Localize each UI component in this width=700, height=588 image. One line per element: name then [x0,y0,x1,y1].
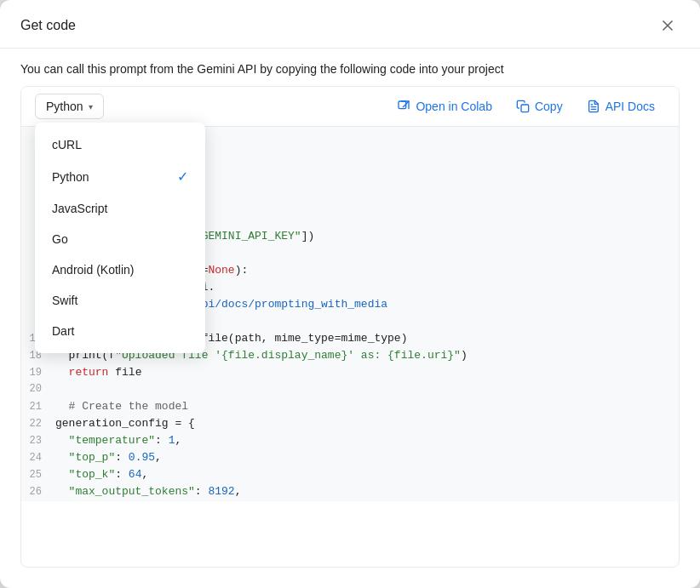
dropdown-item-curl[interactable]: cURL [35,129,205,160]
copy-icon [516,100,530,113]
open-in-colab-button[interactable]: Open in Colab [387,94,502,118]
dropdown-item-curl-label: cURL [52,138,82,151]
line-number: 19 [21,367,55,379]
language-dropdown-menu: cURL Python ✓ JavaScript Go Android (Kot… [35,123,205,353]
line-code: "temperature": 1, [55,434,679,447]
line-number: 22 [21,418,55,430]
code-container: Python ▾ cURL Python ✓ JavaScript [20,86,680,568]
dropdown-item-android-label: Android (Kotlin) [52,263,135,277]
line-number: 20 [21,383,55,395]
dropdown-item-javascript-label: JavaScript [52,202,107,215]
dropdown-item-python-label: Python [52,170,89,184]
line-code: # Create the model [55,400,679,413]
dropdown-item-go[interactable]: Go [35,224,205,254]
chevron-down-icon: ▾ [89,102,93,111]
dialog-header: Get code [0,0,700,49]
language-selector[interactable]: Python ▾ cURL Python ✓ JavaScript [35,94,104,119]
code-line: 21 # Create the model [21,399,679,416]
line-number: 21 [21,401,55,413]
line-code: generation_config = { [55,417,679,430]
external-link-icon [397,100,410,113]
check-icon: ✓ [177,168,188,185]
line-code: "top_p": 0.95, [55,451,679,464]
line-number: 24 [21,452,55,464]
close-button[interactable] [656,14,680,37]
dialog-subtitle: You can call this prompt from the Gemini… [0,49,700,86]
code-line: 23 "temperature": 1, [21,433,679,450]
document-icon [587,100,600,113]
line-code: "max_output_tokens": 8192, [55,485,679,498]
line-code: "top_k": 64, [55,468,679,481]
copy-button[interactable]: Copy [506,94,573,118]
line-code: return file [55,366,679,379]
close-icon [659,17,676,34]
code-line: 24 "top_p": 0.95, [21,450,679,467]
dropdown-item-dart[interactable]: Dart [35,316,205,346]
dropdown-item-go-label: Go [52,232,68,246]
line-number: 26 [21,486,55,498]
code-line: 26 "max_output_tokens": 8192, [21,484,679,501]
api-docs-label: API Docs [605,100,655,113]
dropdown-item-python[interactable]: Python ✓ [35,160,205,193]
dropdown-item-dart-label: Dart [52,324,74,338]
code-line: 25 "top_k": 64, [21,467,679,484]
dropdown-item-swift[interactable]: Swift [35,285,205,316]
code-toolbar: Python ▾ cURL Python ✓ JavaScript [21,87,679,127]
dialog-title: Get code [20,18,76,33]
line-number: 23 [21,435,55,447]
code-line: 22 generation_config = { [21,416,679,433]
code-line: 19 return file [21,365,679,382]
code-line: 20 [21,382,679,399]
get-code-dialog: Get code You can call this prompt from t… [0,0,700,588]
dropdown-item-javascript[interactable]: JavaScript [35,193,205,224]
toolbar-actions: Open in Colab Copy [387,94,665,118]
copy-label: Copy [535,100,563,113]
dropdown-item-swift-label: Swift [52,294,77,307]
lang-label: Python [46,100,83,113]
open-in-colab-label: Open in Colab [416,100,492,113]
svg-rect-4 [521,105,529,112]
line-number: 25 [21,469,55,481]
api-docs-button[interactable]: API Docs [577,94,665,118]
language-dropdown-button[interactable]: Python ▾ [35,94,104,119]
dropdown-item-android[interactable]: Android (Kotlin) [35,254,205,285]
